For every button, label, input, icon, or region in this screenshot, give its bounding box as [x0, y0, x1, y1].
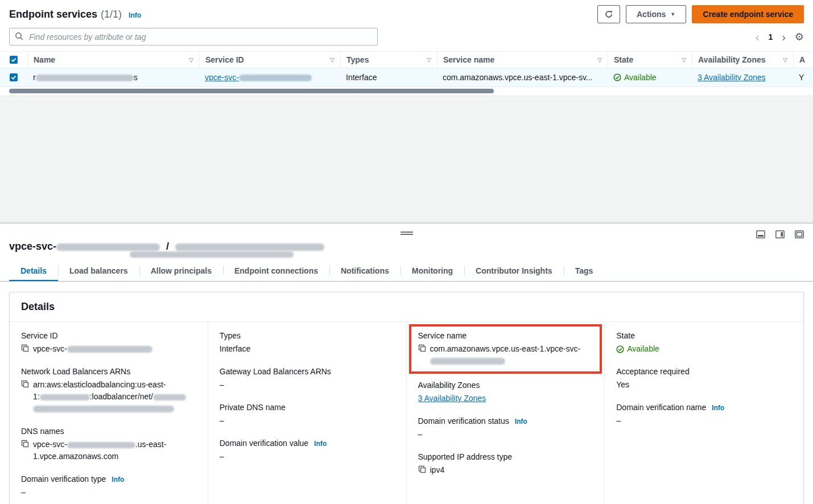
panel-tabs: Details Load balancers Allow principals …: [0, 259, 813, 282]
info-link[interactable]: Info: [112, 476, 124, 484]
scrollbar-thumb[interactable]: [9, 89, 494, 93]
tab-allow-principals[interactable]: Allow principals: [139, 259, 223, 281]
copy-icon[interactable]: [418, 344, 426, 352]
column-header-service-name-label: Service name: [443, 55, 494, 64]
panel-maximize-icon[interactable]: [795, 230, 804, 238]
actions-button[interactable]: Actions ▼: [626, 5, 686, 23]
pagination: ‹ 1 › ⚙: [756, 31, 804, 43]
row-checkbox[interactable]: [10, 73, 18, 81]
search-icon: [15, 32, 24, 41]
copy-icon[interactable]: [21, 344, 29, 352]
page-number-button[interactable]: 1: [768, 32, 773, 42]
redacted-title-name: [175, 243, 324, 251]
row-types-cell: Interface: [340, 73, 437, 82]
select-all-checkbox[interactable]: [10, 56, 18, 64]
tab-details[interactable]: Details: [9, 259, 58, 281]
resource-count: (1/1): [101, 9, 122, 20]
row-acceptance-cell: Y: [793, 73, 813, 82]
field-domain-verification-value: Domain verification value Info –: [220, 439, 395, 462]
info-link[interactable]: Info: [314, 440, 327, 448]
field-nlb-arns: Network Load Balancers ARNs arn:aws:elas…: [21, 367, 196, 415]
column-header-acceptance-label: A: [799, 55, 805, 64]
redacted-value: [67, 442, 135, 448]
column-header-acceptance[interactable]: A: [793, 52, 813, 68]
table-row[interactable]: rs vpce-svc- Interface com.amazonaws.vpc…: [0, 68, 813, 87]
caret-down-icon: ▼: [670, 12, 675, 17]
tab-tags[interactable]: Tags: [564, 259, 605, 281]
field-value-text: Interface: [220, 343, 250, 355]
dns-names-value: vpce-svc-.us-east- 1.vpce.amazonaws.com: [33, 439, 166, 462]
field-label: Domain verification value Info: [220, 439, 395, 448]
content-background: [0, 96, 813, 223]
check-circle-icon: [613, 73, 621, 81]
panel-position-side-icon[interactable]: [775, 230, 785, 238]
details-heading: Details: [21, 301, 792, 313]
refresh-icon: [604, 10, 613, 19]
field-label: Network Load Balancers ARNs: [21, 367, 196, 376]
state-available-badge: Available: [616, 343, 659, 355]
info-link[interactable]: Info: [712, 404, 724, 412]
column-header-az-label: Availability Zones: [698, 55, 766, 64]
panel-position-bottom-icon[interactable]: [756, 230, 765, 238]
state-available-badge: Available: [613, 73, 686, 82]
field-domain-verification-name: Domain verification name Info –: [616, 403, 792, 427]
endpoint-services-page: Endpoint services (1/1) Info Actions ▼: [0, 0, 813, 504]
copy-icon[interactable]: [418, 465, 426, 473]
tab-monitoring[interactable]: Monitoring: [401, 259, 464, 281]
create-endpoint-service-button[interactable]: Create endpoint service: [692, 5, 804, 23]
copy-icon[interactable]: [21, 440, 29, 448]
field-domain-verification-status: Domain verification status Info –: [418, 416, 593, 440]
info-link[interactable]: Info: [129, 11, 141, 19]
details-column-4: State Available: [605, 322, 803, 504]
split-panel: vpce-svc- / Details Load balancers Allow…: [0, 223, 813, 504]
tab-load-balancers[interactable]: Load balancers: [58, 259, 139, 281]
filter-icon: ▽: [330, 57, 335, 63]
column-header-types[interactable]: Types ▽: [340, 52, 437, 68]
filter-icon: ▽: [682, 57, 686, 63]
pagination-next-button[interactable]: ›: [782, 31, 786, 43]
panel-title: vpce-svc- /: [9, 241, 804, 253]
details-column-3: Service name com.amazonaws.vpce.us-e: [407, 322, 605, 504]
availability-zones-link[interactable]: 3 Availability Zones: [418, 393, 486, 404]
row-name-cell: rs: [27, 73, 199, 82]
row-service-id-cell: vpce-svc-: [199, 73, 340, 82]
redacted-value: [40, 394, 90, 400]
settings-gear-icon[interactable]: ⚙: [795, 32, 804, 42]
field-label: Supported IP address type: [418, 452, 593, 461]
field-label: Private DNS name: [220, 403, 395, 412]
refresh-button[interactable]: [597, 5, 620, 23]
field-types: Types Interface: [220, 331, 395, 355]
endpoint-services-table: Name ▽ Service ID ▽ Types ▽ Service name…: [0, 51, 813, 96]
field-dns-names: DNS names vpce-svc-.us-east- 1.vpce.am: [21, 427, 196, 462]
tab-notifications[interactable]: Notifications: [329, 259, 401, 281]
availability-zones-link[interactable]: 3 Availability Zones: [698, 73, 766, 82]
search-input[interactable]: [9, 28, 378, 46]
pagination-prev-button[interactable]: ‹: [756, 31, 760, 43]
column-header-availability-zones[interactable]: Availability Zones ▽: [692, 52, 793, 68]
tab-endpoint-connections[interactable]: Endpoint connections: [223, 259, 329, 281]
actions-button-label: Actions: [637, 10, 666, 19]
panel-title-separator: /: [166, 241, 169, 252]
filter-icon: ▽: [597, 57, 602, 63]
column-header-service-name[interactable]: Service name ▽: [437, 52, 608, 68]
field-label: DNS names: [21, 427, 196, 436]
column-header-service-id[interactable]: Service ID ▽: [199, 52, 340, 68]
info-link[interactable]: Info: [515, 418, 527, 425]
column-header-name[interactable]: Name ▽: [27, 52, 199, 68]
split-panel-drag-handle[interactable]: [401, 232, 413, 235]
redacted-value: [430, 358, 505, 365]
service-id-link[interactable]: vpce-svc-: [205, 73, 312, 82]
field-value-text: –: [220, 451, 224, 462]
state-text: Available: [627, 343, 659, 355]
row-select-cell: [0, 73, 27, 81]
panel-title-prefix: vpce-svc-: [9, 241, 56, 252]
field-label: Types: [220, 331, 395, 340]
field-label: Domain verification status Info: [418, 416, 593, 425]
field-domain-verification-type: Domain verification type Info –: [21, 474, 196, 498]
column-header-state[interactable]: State ▽: [608, 52, 692, 68]
header-actions: Actions ▼ Create endpoint service: [597, 5, 804, 23]
column-header-types-label: Types: [346, 55, 369, 64]
tab-contributor-insights[interactable]: Contributor Insights: [464, 259, 564, 281]
row-name-prefix: r: [33, 73, 36, 82]
copy-icon[interactable]: [21, 380, 29, 388]
